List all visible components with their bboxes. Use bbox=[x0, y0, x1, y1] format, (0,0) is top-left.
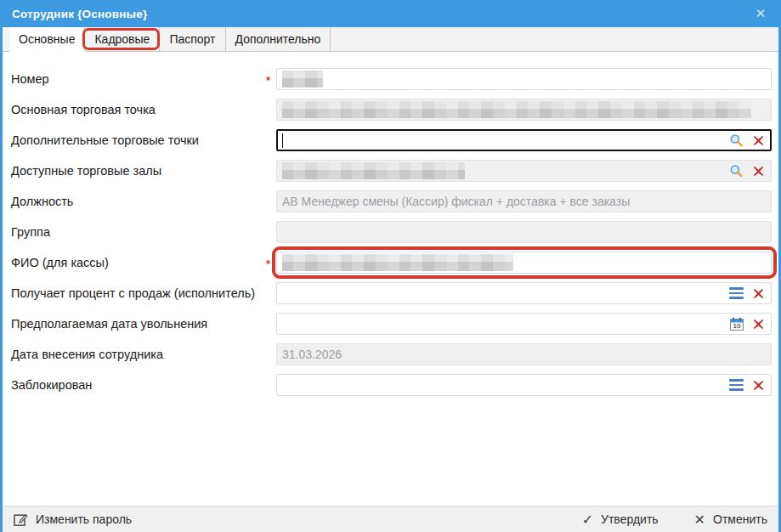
data-uvolneniya-input[interactable]: 10 bbox=[276, 313, 772, 335]
employee-dialog-window: Сотрудник {Основные} ✕ Основные Кадровые… bbox=[0, 0, 781, 532]
employee-form: Номер * Основная торговая точка * bbox=[3, 52, 778, 506]
form-row-procent: Получает процент с продаж (исполнитель) … bbox=[3, 278, 778, 308]
list-select-icon[interactable] bbox=[729, 287, 744, 299]
form-row-zablokirovan: Заблокирован * bbox=[3, 370, 778, 400]
change-password-button[interactable]: Изменить пароль bbox=[14, 512, 132, 527]
field-label: Дата внесения сотрудника bbox=[11, 348, 266, 361]
redacted-value bbox=[282, 254, 513, 271]
tab-label: Основные bbox=[19, 32, 75, 46]
field-label: Доступные торговые залы bbox=[11, 164, 266, 178]
field-label: Дополнительные торговые точки bbox=[11, 133, 266, 147]
clear-x-icon[interactable] bbox=[753, 135, 764, 146]
approve-button[interactable]: ✓ Утвердить bbox=[582, 512, 659, 528]
dialog-footer: Изменить пароль ✓ Утвердить ✕ Отменить bbox=[3, 506, 778, 532]
dialog-content: Основные Кадровые Паспорт Дополнительно … bbox=[3, 27, 778, 532]
fio-input[interactable] bbox=[276, 252, 772, 274]
tab-label: Паспорт bbox=[169, 32, 215, 46]
tab-label: Кадровые bbox=[94, 32, 150, 46]
field-label: Основная торговая точка bbox=[11, 103, 266, 116]
required-asterisk: * bbox=[266, 72, 276, 87]
tab-dopolnitelno[interactable]: Дополнительно bbox=[226, 27, 331, 51]
tab-bar: Основные Кадровые Паспорт Дополнительно bbox=[3, 27, 778, 52]
field-label: Заблокирован bbox=[11, 378, 266, 392]
dolzhnost-value: АВ Менеджер смены (Кассир) фискал + дост… bbox=[282, 195, 630, 208]
redacted-value bbox=[282, 162, 465, 179]
field-label: Получает процент с продаж (исполнитель) bbox=[11, 286, 266, 300]
clear-x-icon[interactable] bbox=[753, 288, 764, 299]
gruppa-field bbox=[276, 221, 772, 243]
dialog-titlebar: Сотрудник {Основные} ✕ bbox=[0, 0, 781, 27]
nomer-input[interactable] bbox=[276, 68, 772, 90]
approve-label: Утвердить bbox=[601, 512, 659, 526]
dolzhnost-field: АВ Менеджер смены (Кассир) фискал + дост… bbox=[276, 190, 772, 212]
dostupnye-zaly-field[interactable] bbox=[276, 160, 772, 182]
field-label: Должность bbox=[11, 195, 266, 208]
procent-input[interactable] bbox=[276, 282, 772, 304]
dop-tochki-input[interactable] bbox=[276, 129, 772, 151]
form-row-dolzhnost: Должность * АВ Менеджер смены (Кассир) ф… bbox=[3, 186, 778, 217]
cancel-button[interactable]: ✕ Отменить bbox=[694, 512, 767, 528]
osnovnaya-tochka-field bbox=[276, 99, 772, 121]
zablokirovan-input[interactable] bbox=[276, 374, 772, 396]
redacted-value bbox=[282, 71, 323, 88]
list-select-icon[interactable] bbox=[729, 379, 744, 391]
dialog-title: Сотрудник {Основные} bbox=[12, 8, 147, 20]
field-label: Группа bbox=[11, 225, 266, 239]
search-icon[interactable] bbox=[729, 133, 744, 148]
clear-x-icon[interactable] bbox=[753, 380, 764, 391]
form-row-data-uvolneniya: Предполагаемая дата увольнения * bbox=[3, 308, 778, 339]
clear-x-icon[interactable] bbox=[753, 166, 764, 177]
tab-label: Дополнительно bbox=[235, 32, 321, 46]
form-row-nomer: Номер * bbox=[3, 64, 778, 94]
form-row-fio: ФИО (для кассы) * bbox=[3, 247, 778, 278]
tab-osnovnye[interactable]: Основные bbox=[9, 27, 85, 51]
change-password-label: Изменить пароль bbox=[36, 512, 132, 526]
tab-pasport[interactable]: Паспорт bbox=[160, 27, 225, 51]
field-label: Предполагаемая дата увольнения bbox=[11, 317, 266, 331]
form-row-gruppa: Группа * bbox=[3, 217, 778, 247]
required-asterisk: * bbox=[266, 256, 276, 270]
close-icon[interactable]: ✕ bbox=[752, 5, 769, 22]
data-vneseniya-field: 31.03.2026 bbox=[276, 343, 772, 365]
form-row-dop-tochki: Дополнительные торговые точки * bbox=[3, 125, 778, 156]
field-label: Номер bbox=[11, 72, 266, 86]
tab-kadrovye[interactable]: Кадровые bbox=[85, 27, 160, 51]
cancel-label: Отменить bbox=[713, 512, 767, 526]
text-cursor bbox=[282, 133, 283, 148]
checkmark-icon: ✓ bbox=[582, 512, 593, 528]
form-row-dostupnye-zaly: Доступные торговые залы * bbox=[3, 156, 778, 186]
edit-pencil-icon bbox=[14, 512, 28, 527]
redacted-value bbox=[282, 101, 751, 118]
svg-text:10: 10 bbox=[733, 322, 741, 330]
data-vneseniya-value: 31.03.2026 bbox=[282, 348, 342, 361]
form-row-data-vneseniya: Дата внесения сотрудника * 31.03.2026 bbox=[3, 339, 778, 370]
clear-x-icon[interactable] bbox=[753, 319, 764, 330]
x-icon: ✕ bbox=[694, 512, 705, 528]
search-icon[interactable] bbox=[729, 164, 744, 178]
calendar-icon[interactable]: 10 bbox=[730, 317, 744, 331]
form-row-osnovnaya-tochka: Основная торговая точка * bbox=[3, 94, 778, 125]
field-label: ФИО (для кассы) bbox=[11, 256, 266, 269]
